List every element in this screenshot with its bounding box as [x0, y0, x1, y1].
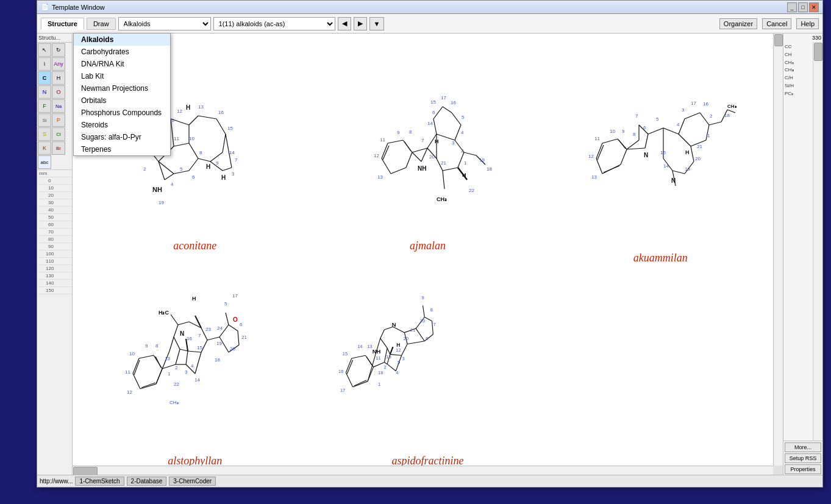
next-button[interactable]: ▶ [354, 17, 367, 30]
chain-tool[interactable]: ⌇ [38, 57, 51, 71]
cancel-button[interactable]: Cancel [762, 18, 791, 29]
tab-chemsketch[interactable]: 1-ChemSketch [75, 477, 124, 486]
h-tool[interactable]: H [52, 71, 65, 85]
n-tool[interactable]: N [38, 85, 51, 99]
svg-text:14: 14 [358, 344, 363, 349]
any-tool[interactable]: Any [52, 57, 65, 71]
svg-line-155 [133, 374, 140, 389]
dropdown-item-sugars[interactable]: Sugars: alfa-D-Pyr [74, 131, 170, 143]
scroll-thumb-h[interactable] [73, 467, 98, 475]
draw-tab[interactable]: Draw [87, 18, 116, 30]
svg-line-99 [596, 158, 602, 174]
tab-chemcoder[interactable]: 3-ChemCoder [169, 477, 216, 486]
category-select[interactable]: Alkaloids Carbohydrates DNA/RNA Kit Lab … [118, 17, 211, 30]
svg-text:21: 21 [697, 144, 702, 149]
svg-line-46 [382, 158, 391, 174]
na-tool[interactable]: Na [52, 99, 65, 113]
dropdown-item-steroids[interactable]: Steroids [74, 119, 170, 131]
prev-button[interactable]: ◀ [338, 17, 351, 30]
svg-text:18: 18 [379, 370, 383, 375]
more-button[interactable]: More... [785, 442, 821, 452]
svg-line-189 [171, 314, 178, 325]
right-scrollbar[interactable] [813, 42, 822, 441]
setup-rss-button[interactable]: Setup RSS [785, 453, 821, 463]
c-tool[interactable]: C [38, 71, 51, 85]
item-select[interactable]: 1(11) alkaloids (ac-as) [213, 17, 335, 30]
svg-text:15: 15 [227, 126, 233, 131]
structure-tab[interactable]: Structure [41, 18, 84, 30]
cl-tool[interactable]: Cl [52, 127, 65, 141]
svg-text:NH: NH [152, 186, 162, 193]
close-button[interactable]: ✕ [809, 2, 819, 12]
right-scroll-thumb[interactable] [814, 43, 822, 61]
aspidofractinine-structure[interactable]: N NH H 17 16 15 14 13 11 18 1 [330, 267, 525, 450]
dropdown-item-carbohydrates[interactable]: Carbohydrates [74, 46, 170, 58]
svg-line-127 [709, 122, 721, 125]
maximize-button[interactable]: □ [798, 2, 808, 12]
tab-database[interactable]: 2-Database [127, 477, 167, 486]
f-tool[interactable]: F [38, 99, 51, 113]
svg-line-59 [452, 113, 461, 125]
dropdown-item-phosphorus[interactable]: Phosphorus Compounds [74, 107, 170, 119]
svg-text:17: 17 [691, 101, 696, 106]
si-tool[interactable]: Si [38, 113, 51, 127]
svg-line-161 [134, 360, 140, 375]
svg-line-71 [443, 171, 444, 189]
s-tool[interactable]: S [38, 127, 51, 141]
organizer-button[interactable]: Organizer [719, 18, 757, 29]
svg-line-123 [672, 171, 685, 174]
tool-buttons: ↖ ↻ ⌇ Any C H N O F Na Si P S Cl K Br ab… [37, 43, 72, 169]
svg-text:6: 6 [192, 174, 195, 180]
svg-text:N: N [644, 152, 648, 158]
svg-line-114 [663, 128, 679, 134]
br-tool[interactable]: Br [52, 141, 65, 155]
svg-text:H: H [221, 174, 226, 181]
p-tool[interactable]: P [52, 113, 65, 127]
svg-line-121 [691, 146, 694, 161]
svg-text:4: 4 [396, 370, 399, 375]
minimize-button[interactable]: _ [787, 2, 797, 12]
rotate-tool[interactable]: ↻ [52, 43, 65, 57]
svg-line-58 [443, 107, 452, 113]
svg-text:1: 1 [168, 371, 171, 377]
k-tool[interactable]: K [38, 141, 51, 155]
svg-text:13: 13 [591, 174, 597, 180]
svg-text:21: 21 [241, 335, 247, 340]
alstophyllan-structure[interactable]: H₃C O N H 12 11 10 9 8 13 1 [104, 267, 287, 450]
select-tool[interactable]: ↖ [38, 43, 51, 57]
properties-button[interactable]: Properties [785, 464, 821, 474]
dropdown-item-dna[interactable]: DNA/RNA Kit [74, 58, 170, 70]
svg-text:13: 13 [368, 344, 373, 349]
scrollbar-horizontal[interactable] [73, 466, 773, 475]
svg-text:20: 20 [230, 346, 235, 352]
svg-text:H: H [435, 138, 439, 144]
svg-line-245 [425, 317, 432, 321]
scroll-thumb-v[interactable] [774, 34, 783, 46]
svg-text:19: 19 [387, 354, 391, 360]
dropdown-item-orbitals[interactable]: Orbitals [74, 94, 170, 107]
down-button[interactable]: ▼ [369, 17, 385, 30]
dropdown-item-newman[interactable]: Newman Projections [74, 82, 170, 94]
svg-text:12: 12 [374, 153, 379, 158]
abc-tool[interactable]: abc [38, 155, 51, 169]
svg-line-244 [423, 305, 425, 317]
dropdown-item-alkaloids[interactable]: Alkaloids [74, 34, 170, 46]
svg-line-252 [390, 347, 393, 354]
status-bar: http://www... 1-ChemSketch 2-Database 3-… [37, 475, 822, 487]
svg-line-72 [464, 152, 476, 155]
help-button[interactable]: Help [796, 18, 819, 29]
svg-text:4: 4 [677, 122, 680, 127]
svg-text:NH: NH [373, 348, 381, 355]
svg-text:7: 7 [235, 157, 238, 163]
svg-line-165 [176, 349, 180, 364]
dropdown-item-terpenes[interactable]: Terpenes [74, 143, 170, 155]
scrollbar-vertical[interactable] [773, 34, 783, 466]
svg-text:1: 1 [464, 160, 467, 166]
svg-line-239 [385, 362, 388, 364]
svg-text:11: 11 [174, 136, 179, 141]
akuammilan-structure[interactable]: N N H CH₃ 13 12 11 10 9 8 7 6 [572, 40, 749, 247]
ajmalan-structure[interactable]: NH H H CH₃ 13 12 11 9 8 7 6 1 [342, 40, 513, 235]
dropdown-item-labkit[interactable]: Lab Kit [74, 70, 170, 82]
o-tool[interactable]: O [52, 85, 65, 99]
svg-text:9: 9 [422, 295, 424, 300]
